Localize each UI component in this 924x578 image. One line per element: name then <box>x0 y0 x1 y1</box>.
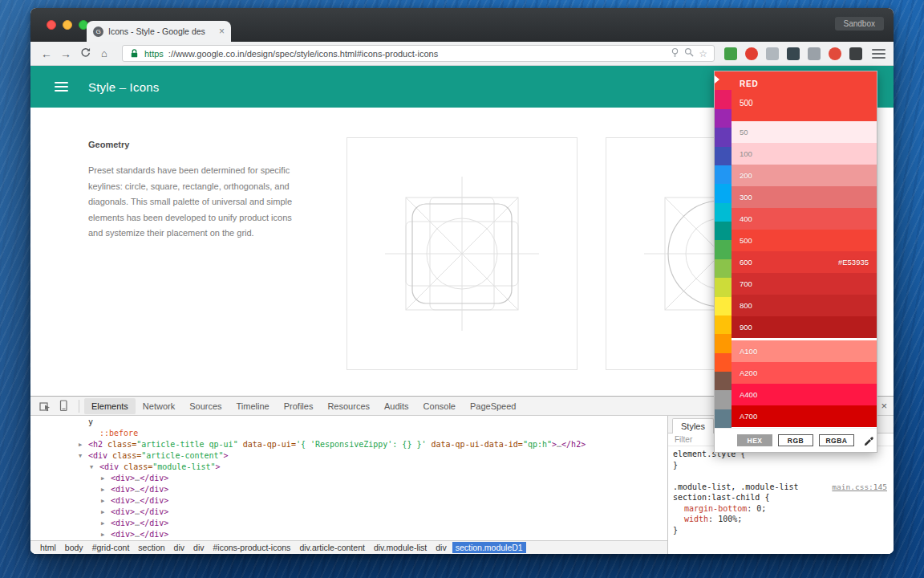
bookmark-star-icon[interactable]: ☆ <box>699 48 707 59</box>
elements-tree-line[interactable]: ▶<div>…</div> <box>30 507 667 518</box>
breadcrumb-item[interactable]: html <box>37 542 59 553</box>
format-hex-button[interactable]: HEX <box>737 434 772 446</box>
shade-row-200[interactable]: 200 <box>732 165 877 186</box>
elements-tree-line[interactable]: ▶<div>…</div> <box>30 484 667 495</box>
devtools-tab-pagespeed[interactable]: PageSpeed <box>463 398 524 414</box>
reload-button[interactable] <box>77 47 93 60</box>
elements-tree-line[interactable]: ▼<div class="article-content"> <box>30 450 667 462</box>
shade-row-A700[interactable]: A700 <box>732 405 877 427</box>
breadcrumb-item[interactable]: div <box>190 542 207 553</box>
style-rule-line[interactable]: section:last-child { <box>673 492 889 503</box>
collapse-arrow-icon[interactable]: ▼ <box>79 450 88 462</box>
hue-swatch-10[interactable] <box>715 259 732 278</box>
close-window-button[interactable] <box>47 20 56 30</box>
hue-swatch-17[interactable] <box>715 390 732 409</box>
elements-tree-line[interactable]: ▶<div>…</div> <box>30 518 667 529</box>
breadcrumb-item[interactable]: section.moduleD1 <box>452 542 526 553</box>
browser-tab[interactable]: G Icons - Style - Google des × <box>87 21 231 42</box>
expand-arrow-icon[interactable]: ▶ <box>101 518 111 529</box>
breadcrumb-item[interactable]: body <box>62 542 87 553</box>
elements-tree-line[interactable]: ▶<div>…</div> <box>30 473 667 484</box>
hue-swatch-15[interactable] <box>715 353 732 372</box>
breadcrumb-item[interactable]: div <box>171 542 188 553</box>
extension-icon-red-circle[interactable] <box>829 47 841 60</box>
hue-swatch-9[interactable] <box>715 240 732 258</box>
device-mode-icon[interactable] <box>55 399 71 413</box>
forward-button[interactable]: → <box>58 47 74 60</box>
shade-row-900[interactable]: 900 <box>732 316 877 338</box>
devtools-close-icon[interactable]: × <box>881 400 887 412</box>
hue-swatch-12[interactable] <box>715 297 732 315</box>
inspect-element-icon[interactable] <box>37 399 53 413</box>
devtools-tab-timeline[interactable]: Timeline <box>229 398 277 414</box>
elements-tree-line[interactable]: ▶<div>…</div> <box>30 495 667 507</box>
breadcrumb-item[interactable]: div.module-list <box>371 542 430 553</box>
expand-arrow-icon[interactable]: ▶ <box>101 495 111 507</box>
devtools-tab-audits[interactable]: Audits <box>377 398 416 414</box>
hue-swatch-2[interactable] <box>715 109 732 128</box>
hue-swatch-4[interactable] <box>715 147 732 165</box>
devtools-tab-resources[interactable]: Resources <box>320 398 377 414</box>
devtools-tab-elements[interactable]: Elements <box>84 398 136 414</box>
shade-row-50[interactable]: 50 <box>732 121 877 143</box>
style-rule-line[interactable]: margin-bottom: 0; <box>673 503 889 515</box>
style-rule-line[interactable] <box>673 470 889 482</box>
extension-icon-dark-chat[interactable] <box>787 47 800 60</box>
lightbulb-icon[interactable] <box>671 47 679 59</box>
devtools-tab-profiles[interactable]: Profiles <box>277 398 321 414</box>
hue-swatch-11[interactable] <box>715 278 732 296</box>
style-rule-line[interactable]: width: 100%; <box>673 514 889 525</box>
expand-arrow-icon[interactable]: ▶ <box>79 439 88 450</box>
stylesheet-link[interactable]: main.css:145 <box>832 482 887 493</box>
hue-swatch-5[interactable] <box>715 165 732 184</box>
shade-row-700[interactable]: 700 <box>732 273 877 295</box>
extension-icon-green[interactable] <box>724 47 737 60</box>
shade-row-A100[interactable]: A100 <box>732 340 877 362</box>
expand-arrow-icon[interactable]: ▶ <box>101 529 111 540</box>
collapse-arrow-icon[interactable]: ▼ <box>90 462 99 473</box>
style-rule-line[interactable]: .module-list, .module-listmain.css:145 <box>673 482 889 493</box>
devtools-tab-sources[interactable]: Sources <box>182 398 229 414</box>
shade-row-400[interactable]: 400 <box>732 208 877 230</box>
elements-tree-line[interactable]: ::before <box>30 428 667 439</box>
shade-row-800[interactable]: 800 <box>732 295 877 316</box>
minimize-window-button[interactable] <box>63 20 72 30</box>
browser-menu-icon[interactable] <box>872 49 886 59</box>
shade-row-600[interactable]: 600#E53935 <box>732 251 877 273</box>
back-button[interactable]: ← <box>38 47 55 60</box>
elements-tree-line[interactable]: ▶<div>…</div> <box>30 529 667 540</box>
tab-styles[interactable]: Styles <box>672 418 714 434</box>
hue-swatch-6[interactable] <box>715 184 732 202</box>
expand-arrow-icon[interactable]: ▶ <box>101 473 111 484</box>
breadcrumb-item[interactable]: #icons-product-icons <box>209 542 294 553</box>
extension-icon-notes[interactable] <box>808 47 821 60</box>
profile-chip[interactable]: Sandbox <box>835 17 884 31</box>
hue-swatch-3[interactable] <box>715 128 732 146</box>
home-button[interactable]: ⌂ <box>96 47 112 59</box>
hue-swatch-16[interactable] <box>715 372 732 390</box>
shade-row-A400[interactable]: A400 <box>732 384 877 405</box>
eyedropper-icon[interactable] <box>864 435 874 450</box>
devtools-tab-network[interactable]: Network <box>136 398 182 414</box>
extension-icon-dark[interactable] <box>849 47 862 60</box>
style-rule-line[interactable]: } <box>673 460 889 471</box>
elements-tree-line[interactable]: ▶<h2 class="article-title qp-ui" data-qp… <box>30 439 667 450</box>
breadcrumb-item[interactable]: section <box>135 542 168 553</box>
devtools-tab-console[interactable]: Console <box>416 398 463 414</box>
format-rgba-button[interactable]: RGBA <box>819 434 854 446</box>
tab-close-icon[interactable]: × <box>219 26 225 36</box>
hue-swatch-18[interactable] <box>715 409 732 428</box>
breadcrumb-item[interactable]: #grid-cont <box>89 542 133 553</box>
hue-swatch-7[interactable] <box>715 203 732 222</box>
hue-swatch-1[interactable] <box>715 90 732 108</box>
hue-swatch-8[interactable] <box>715 222 732 240</box>
hue-swatch-13[interactable] <box>715 315 732 334</box>
format-rgb-button[interactable]: RGB <box>778 434 813 446</box>
search-icon[interactable] <box>684 47 694 59</box>
elements-tree-line[interactable]: y <box>30 417 667 428</box>
elements-tree-line[interactable]: ▼<div class="module-list"> <box>30 462 667 473</box>
shade-row-300[interactable]: 300 <box>732 186 877 208</box>
extension-icon-gray[interactable] <box>766 47 779 60</box>
page-menu-icon[interactable] <box>55 82 68 92</box>
style-rule-line[interactable]: } <box>673 525 889 536</box>
